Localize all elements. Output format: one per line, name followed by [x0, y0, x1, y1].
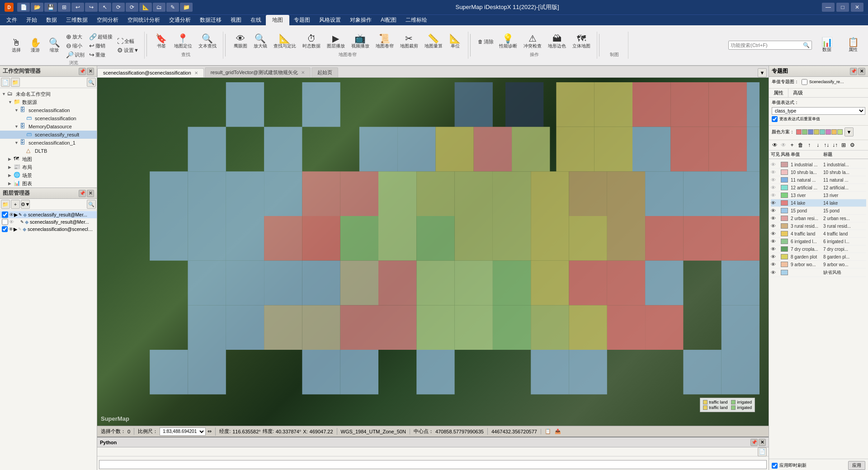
legend-eye-12[interactable]: 👁: [771, 254, 780, 259]
ribbon-btn-compare[interactable]: 📐查找与定比: [271, 33, 299, 51]
menu-spatial[interactable]: 空间分析: [92, 15, 123, 25]
toolbar-extra2[interactable]: ⟳: [126, 3, 138, 12]
layer-item-1[interactable]: 👁 ✎ ◆ sceneclassify_result@Mer...: [0, 218, 97, 226]
python-close-btn[interactable]: ✕: [759, 439, 766, 446]
legend-eye-9[interactable]: 👁: [771, 231, 780, 236]
color-swatch-2[interactable]: [808, 129, 813, 135]
maximize-button[interactable]: □: [836, 3, 849, 12]
ribbon-search-box[interactable]: 🔍: [728, 41, 812, 50]
ribbon-btn-fullextent[interactable]: ⛶ 全幅: [115, 37, 141, 45]
menu-3d-data[interactable]: 三维数据: [61, 15, 92, 25]
legend-eye-14[interactable]: 👁: [771, 270, 780, 275]
status-export-btn[interactable]: 📤: [555, 428, 561, 434]
toolbar-extra5[interactable]: ✎: [166, 3, 179, 12]
layer-folder-btn[interactable]: 📁: [1, 200, 10, 209]
theme-close-btn[interactable]: ✕: [858, 68, 865, 75]
layer-close-btn[interactable]: ✕: [87, 190, 94, 197]
menu-map[interactable]: 地图: [266, 15, 289, 25]
layer-vis-1[interactable]: 👁: [9, 219, 14, 225]
ribbon-btn-stereo[interactable]: 🗺立体地图: [570, 33, 593, 51]
ribbon-btn-zoom[interactable]: 🔍缩放: [45, 37, 63, 55]
legend-add-btn[interactable]: +: [788, 141, 796, 149]
ribbon-btn-clear[interactable]: 🗑 清除: [476, 38, 495, 46]
toolbar-tile[interactable]: ⊞: [58, 3, 71, 12]
ribbon-btn-identify[interactable]: 🔎 识别: [64, 51, 86, 59]
legend-down-btn[interactable]: ↓: [814, 141, 822, 149]
ribbon-btn-mapcrop[interactable]: ✂地图裁剪: [397, 33, 421, 51]
theme-single-checkbox[interactable]: [802, 79, 807, 85]
layer-search-btn[interactable]: 🔍: [87, 200, 96, 209]
ribbon-btn-settings[interactable]: ⚙ 设置▼: [115, 46, 141, 54]
legend-row-4[interactable]: 👁 13 river 13 river: [771, 192, 866, 199]
workspace-pin-btn[interactable]: 📌: [79, 68, 86, 75]
legend-eye-btn[interactable]: 👁: [771, 141, 779, 149]
toolbar-save[interactable]: 💾: [44, 3, 57, 12]
theme-expr-select[interactable]: class_type: [772, 107, 865, 115]
ribbon-btn-conflict[interactable]: ⚠冲突检查: [521, 33, 544, 51]
legend-eye-0[interactable]: 👁: [771, 162, 780, 167]
legend-row-1[interactable]: 👁 10 shrub la... 10 shrub la...: [771, 169, 866, 176]
ribbon-btn-locate[interactable]: 📍地图定位: [171, 33, 195, 51]
toolbar-new[interactable]: 📄: [17, 3, 30, 12]
legend-eye-13[interactable]: 👁: [771, 262, 780, 267]
ribbon-btn-swipe[interactable]: 📜地图卷帘: [373, 33, 396, 51]
layer-vis-0[interactable]: 👁: [9, 212, 14, 217]
color-swatch-1[interactable]: [802, 129, 807, 135]
layer-add-btn[interactable]: +: [11, 200, 20, 209]
legend-up-btn[interactable]: ↑: [805, 141, 813, 149]
menu-spatial-stats[interactable]: 空间统计分析: [123, 15, 165, 25]
toolbar-undo[interactable]: ↩: [71, 3, 84, 12]
legend-row-10[interactable]: 👁 6 irrigated l... 6 irrigated l...: [771, 238, 866, 245]
legend-row-0[interactable]: 👁 1 industrial ... 1 industrial...: [771, 161, 866, 169]
legend-row-14[interactable]: 👁 缺省风格: [771, 268, 866, 277]
tree-item-scene[interactable]: ▶ 🌐 场景: [0, 171, 97, 179]
legend-eye-10[interactable]: 👁: [771, 239, 780, 244]
layer-config-btn[interactable]: ⚙▼: [21, 200, 30, 209]
ribbon-btn-redo[interactable]: ↪ 重做: [87, 51, 114, 59]
doc-tab-2[interactable]: 起始页: [311, 67, 338, 77]
legend-eye-6[interactable]: 👁: [771, 208, 780, 213]
tree-item-dataset-scene[interactable]: 🗃 sceneclassification: [0, 114, 97, 122]
doc-tab-close-0[interactable]: ✕: [194, 70, 198, 75]
apply-realtime-checkbox[interactable]: [772, 463, 778, 469]
scale-select[interactable]: 1:83,488.694201: [160, 428, 206, 436]
legend-row-2[interactable]: 👁 11 natural ... 11 natural ...: [771, 176, 866, 184]
legend-eye-8[interactable]: 👁: [771, 223, 780, 229]
toolbar-extra1[interactable]: ⟳: [112, 3, 125, 12]
doc-tab-1[interactable]: result_gridToVector@测试建筑物规矢化 ✕: [205, 67, 311, 77]
legend-eye-1[interactable]: 👁: [771, 169, 780, 175]
ribbon-btn-magnifier[interactable]: 🔍放大镜: [251, 33, 270, 51]
legend-eye-off-btn[interactable]: 👁: [779, 141, 788, 149]
layer-check-1[interactable]: [2, 219, 8, 225]
ribbon-btn-unit[interactable]: 📐单位: [446, 33, 464, 51]
theme-pin-btn[interactable]: 📌: [850, 68, 857, 75]
apply-button[interactable]: 应用: [848, 461, 865, 470]
legend-eye-4[interactable]: 👁: [771, 193, 780, 198]
menu-theme[interactable]: 专题图: [289, 15, 315, 25]
ribbon-btn-layerplay[interactable]: ▶图层播放: [324, 33, 348, 51]
legend-config-btn[interactable]: ⚙: [848, 141, 856, 149]
color-swatch-3[interactable]: [814, 129, 819, 135]
python-copy-btn[interactable]: 📄: [758, 447, 767, 456]
color-swatch-0[interactable]: [796, 129, 802, 135]
theme-adv-tab[interactable]: 高级: [788, 89, 807, 97]
ribbon-btn-property[interactable]: 📋属性: [842, 36, 864, 54]
menu-2d[interactable]: 二维标绘: [401, 15, 432, 25]
color-swatch-6[interactable]: [831, 129, 837, 135]
ribbon-btn-hyperlink[interactable]: 🔗 超链接: [87, 33, 114, 41]
map-canvas[interactable]: SuperMap traffic land irrigated traffic …: [97, 78, 769, 426]
menu-online[interactable]: 在线: [246, 15, 266, 25]
ws-folder-btn[interactable]: 📁: [11, 78, 20, 87]
legend-row-12[interactable]: 👁 8 garden plot 8 garden pl...: [771, 253, 866, 261]
tree-item-dataset-dltb[interactable]: △ DLTB: [0, 147, 97, 155]
tree-item-workspace[interactable]: ▼ 🗂 未命名工作空间: [0, 90, 97, 98]
toolbar-open[interactable]: 📂: [31, 3, 43, 12]
ribbon-btn-zoomout[interactable]: ⊖ 缩小: [64, 42, 86, 50]
menu-ai[interactable]: AI配图: [376, 15, 401, 25]
ws-new-btn[interactable]: 📄: [1, 78, 10, 87]
ribbon-btn-undo[interactable]: ↩ 撤销: [87, 42, 114, 50]
ribbon-btn-zoomin[interactable]: ⊕ 放大: [64, 33, 86, 41]
tree-item-chart[interactable]: ▶ 📊 图表: [0, 179, 97, 188]
legend-eye-3[interactable]: 👁: [771, 185, 780, 190]
layer-check-0[interactable]: [2, 212, 8, 218]
